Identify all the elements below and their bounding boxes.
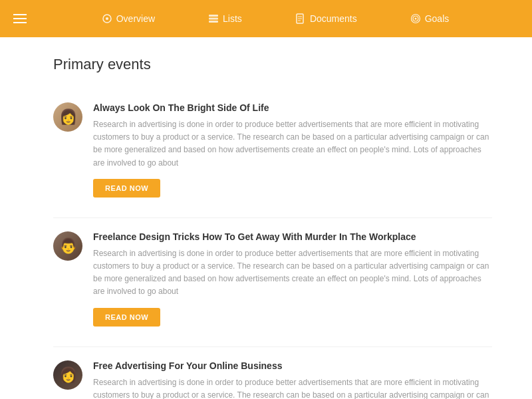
svg-rect-3: [209, 18, 218, 20]
nav-item-overview[interactable]: Overview: [102, 13, 155, 24]
nav-item-lists[interactable]: Lists: [208, 13, 242, 24]
nav-item-documents[interactable]: Documents: [295, 13, 357, 24]
overview-icon: [102, 13, 112, 24]
article-body: Free Advertising For Your Online Busines…: [93, 360, 492, 400]
article-title: Free Advertising For Your Online Busines…: [93, 360, 492, 371]
article-item: 👩 Always Look On The Bright Side Of Life…: [53, 89, 492, 218]
app-header: Overview Lists Documents: [0, 0, 532, 37]
article-title: Freelance Design Tricks How To Get Away …: [93, 231, 492, 242]
article-item: 👨 Freelance Design Tricks How To Get Awa…: [53, 218, 492, 347]
article-description: Research in advertising is done in order…: [93, 118, 492, 170]
nav-goals-label: Goals: [425, 13, 450, 24]
articles-list: 👩 Always Look On The Bright Side Of Life…: [53, 89, 492, 399]
nav-lists-label: Lists: [223, 13, 242, 24]
article-header: 👩 Always Look On The Bright Side Of Life…: [53, 102, 492, 198]
avatar-image: 👩: [59, 368, 77, 382]
article-header: 👩 Free Advertising For Your Online Busin…: [53, 360, 492, 400]
svg-rect-2: [209, 15, 218, 17]
avatar-image: 👩: [59, 110, 77, 124]
avatar: 👨: [53, 231, 82, 261]
documents-icon: [295, 13, 306, 24]
avatar: 👩: [53, 360, 82, 390]
article-body: Always Look On The Bright Side Of Life R…: [93, 102, 492, 198]
article-header: 👨 Freelance Design Tricks How To Get Awa…: [53, 231, 492, 327]
svg-point-1: [106, 17, 108, 20]
avatar: 👩: [53, 102, 82, 132]
avatar-image: 👨: [59, 239, 77, 253]
page-title: Primary events: [53, 56, 492, 73]
hamburger-menu[interactable]: [11, 11, 29, 26]
article-body: Freelance Design Tricks How To Get Away …: [93, 231, 492, 327]
read-now-button[interactable]: READ NOW: [93, 308, 160, 327]
svg-rect-4: [209, 21, 218, 23]
article-title: Always Look On The Bright Side Of Life: [93, 102, 492, 113]
article-description: Research in advertising is done in order…: [93, 376, 492, 400]
read-now-button[interactable]: READ NOW: [93, 179, 160, 198]
nav-item-goals[interactable]: Goals: [410, 13, 450, 24]
svg-point-11: [414, 18, 416, 20]
main-nav: Overview Lists Documents: [29, 13, 521, 24]
nav-documents-label: Documents: [310, 13, 357, 24]
article-item: 👩 Free Advertising For Your Online Busin…: [53, 347, 492, 400]
lists-icon: [208, 13, 219, 24]
nav-overview-label: Overview: [116, 13, 155, 24]
main-content: Primary events 👩 Always Look On The Brig…: [0, 37, 532, 399]
article-description: Research in advertising is done in order…: [93, 247, 492, 299]
goals-icon: [410, 13, 421, 24]
